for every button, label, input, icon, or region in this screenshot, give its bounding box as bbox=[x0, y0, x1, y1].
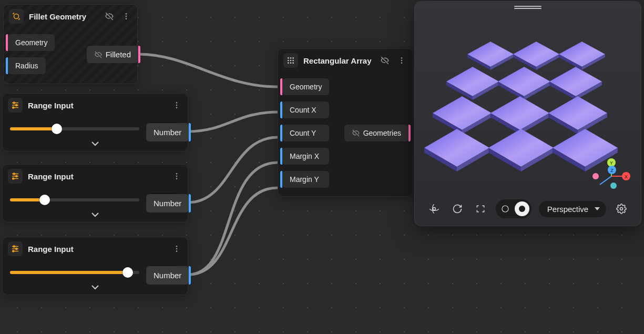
svg-point-42 bbox=[401, 62, 403, 64]
port-filleted-out[interactable]: Filleted bbox=[87, 46, 138, 63]
port-margin-x-in[interactable]: Margin X bbox=[282, 148, 329, 165]
svg-point-40 bbox=[401, 57, 403, 59]
port-number-out-2[interactable]: Number bbox=[146, 194, 189, 212]
shading-wire-button[interactable] bbox=[498, 201, 513, 216]
svg-point-29 bbox=[176, 248, 178, 250]
fillet-icon bbox=[9, 9, 24, 24]
port-label: Count X bbox=[290, 106, 316, 114]
refresh-button[interactable] bbox=[449, 201, 465, 217]
drag-handle-icon[interactable] bbox=[514, 6, 541, 9]
port-label: Number bbox=[154, 199, 181, 208]
more-menu-icon[interactable] bbox=[171, 99, 182, 111]
port-label: Filleted bbox=[106, 50, 131, 59]
range-slider[interactable] bbox=[10, 127, 139, 130]
svg-point-94 bbox=[620, 208, 623, 210]
svg-point-20 bbox=[176, 176, 178, 177]
svg-point-38 bbox=[290, 62, 292, 64]
port-handle[interactable] bbox=[6, 34, 8, 51]
sliders-icon bbox=[8, 98, 23, 113]
sliders-icon bbox=[8, 241, 23, 256]
svg-point-17 bbox=[16, 176, 17, 177]
svg-point-89 bbox=[592, 173, 599, 179]
port-count-y-in[interactable]: Count Y bbox=[282, 125, 329, 141]
more-menu-icon[interactable] bbox=[171, 243, 182, 255]
projection-dropdown[interactable]: Perspective bbox=[539, 201, 606, 217]
more-menu-icon[interactable] bbox=[171, 170, 182, 182]
shading-solid-button[interactable] bbox=[515, 201, 529, 216]
svg-point-1 bbox=[126, 13, 127, 15]
slider-thumb[interactable] bbox=[122, 267, 133, 278]
port-handle[interactable] bbox=[280, 148, 282, 165]
node-header[interactable]: Range Input bbox=[3, 237, 188, 260]
port-handle[interactable] bbox=[138, 46, 140, 63]
settings-button[interactable] bbox=[614, 201, 629, 217]
node-header[interactable]: Fillet Geometry bbox=[4, 5, 137, 28]
port-handle[interactable] bbox=[408, 125, 411, 141]
svg-point-91 bbox=[433, 208, 435, 210]
svg-point-10 bbox=[176, 102, 178, 104]
port-radius-in[interactable]: Radius bbox=[8, 57, 46, 74]
svg-point-33 bbox=[292, 57, 294, 59]
port-label: Count Y bbox=[290, 129, 316, 137]
port-number-out-3[interactable]: Number bbox=[146, 266, 189, 285]
svg-point-39 bbox=[292, 62, 294, 64]
node-fillet-geometry[interactable]: Fillet Geometry Geometry Radius Filleted bbox=[3, 4, 138, 84]
more-menu-icon[interactable] bbox=[396, 55, 407, 66]
port-number-out-1[interactable]: Number bbox=[146, 123, 189, 141]
node-header[interactable]: Rectangular Array bbox=[278, 49, 413, 72]
node-range-input-1[interactable]: Range Input 4 bbox=[2, 93, 188, 151]
port-geometry-in[interactable]: Geometry bbox=[282, 78, 329, 95]
node-range-input-2[interactable]: Range Input 3 bbox=[2, 164, 188, 222]
port-label: Margin Y bbox=[290, 175, 319, 184]
port-handle[interactable] bbox=[280, 78, 282, 95]
port-handle[interactable] bbox=[6, 57, 8, 74]
svg-point-37 bbox=[288, 62, 289, 64]
svg-point-8 bbox=[16, 105, 17, 106]
port-margin-y-in[interactable]: Margin Y bbox=[282, 171, 329, 188]
port-handle[interactable] bbox=[189, 266, 191, 285]
svg-point-0 bbox=[14, 14, 19, 19]
axis-gizmo[interactable]: X Y Z bbox=[590, 158, 631, 195]
orbit-button[interactable] bbox=[426, 201, 442, 217]
svg-point-19 bbox=[176, 173, 178, 175]
port-handle[interactable] bbox=[189, 194, 191, 212]
range-slider[interactable] bbox=[10, 198, 139, 201]
port-count-x-in[interactable]: Count X bbox=[282, 102, 329, 118]
sliders-icon bbox=[8, 169, 23, 184]
port-handle[interactable] bbox=[189, 123, 191, 141]
port-label: Number bbox=[154, 128, 181, 137]
svg-line-82 bbox=[600, 176, 611, 185]
slider-fill bbox=[10, 271, 128, 274]
node-header[interactable]: Range Input bbox=[3, 165, 188, 188]
more-menu-icon[interactable] bbox=[120, 11, 132, 22]
visibility-toggle-icon[interactable] bbox=[379, 55, 391, 66]
port-handle[interactable] bbox=[280, 102, 282, 118]
port-label: Radius bbox=[15, 62, 38, 70]
svg-point-41 bbox=[401, 60, 403, 62]
viewport-toolbar: Perspective bbox=[415, 199, 641, 218]
port-handle[interactable] bbox=[280, 171, 282, 188]
node-rectangular-array[interactable]: Rectangular Array Geometry Count X Count… bbox=[278, 48, 413, 197]
port-label: Margin X bbox=[290, 152, 319, 160]
svg-point-2 bbox=[126, 16, 127, 17]
port-handle[interactable] bbox=[280, 125, 282, 141]
node-title: Range Input bbox=[28, 245, 166, 254]
frame-button[interactable] bbox=[473, 201, 488, 217]
visibility-toggle-icon[interactable] bbox=[104, 11, 115, 22]
port-geometry-in[interactable]: Geometry bbox=[8, 34, 55, 51]
viewport-panel[interactable]: X Y Z Perspective bbox=[414, 1, 641, 226]
slider-thumb[interactable] bbox=[39, 195, 50, 205]
node-title: Range Input bbox=[28, 172, 166, 181]
node-title: Range Input bbox=[28, 101, 166, 110]
range-slider[interactable] bbox=[10, 271, 139, 274]
svg-point-34 bbox=[288, 60, 289, 62]
port-label: Geometry bbox=[290, 83, 322, 91]
node-header[interactable]: Range Input bbox=[3, 94, 188, 117]
slider-thumb[interactable] bbox=[52, 124, 62, 134]
grid-icon bbox=[283, 53, 298, 68]
svg-text:Z: Z bbox=[610, 168, 614, 173]
svg-point-90 bbox=[610, 183, 617, 189]
node-title: Fillet Geometry bbox=[29, 12, 98, 21]
port-geometries-out[interactable]: Geometries bbox=[344, 125, 408, 141]
svg-point-32 bbox=[290, 57, 292, 59]
